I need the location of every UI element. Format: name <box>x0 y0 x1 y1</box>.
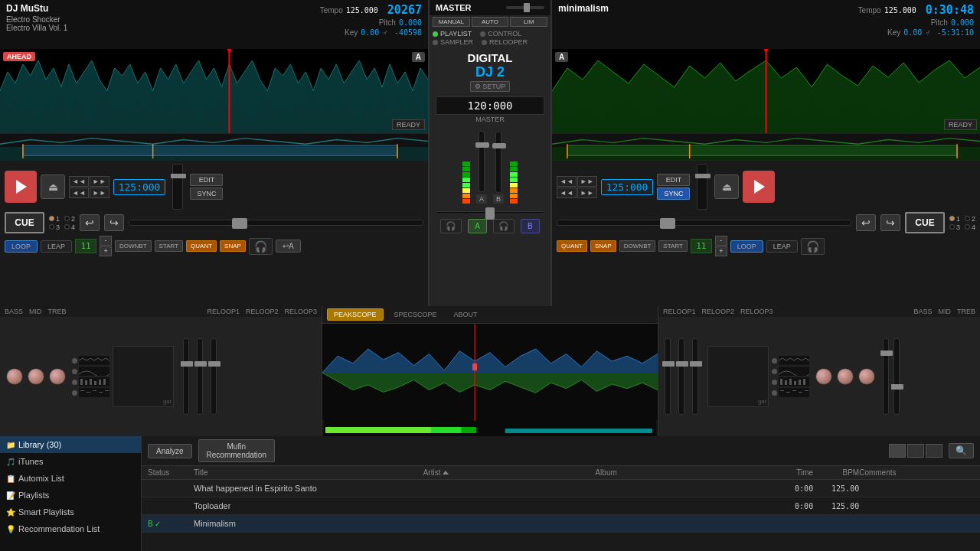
headphone-btn-left[interactable]: 🎧 <box>249 238 273 255</box>
start-btn-right[interactable]: START <box>658 240 687 252</box>
radio-2-left[interactable]: 2 <box>64 215 75 223</box>
bass-knob-left[interactable] <box>6 368 23 385</box>
crossfader[interactable] <box>436 211 544 214</box>
redo-right[interactable]: ↪ <box>880 214 900 231</box>
radio-1-right[interactable]: 1 <box>949 215 960 223</box>
fx-toggle-1-left[interactable] <box>72 358 77 364</box>
undo-left[interactable]: ↩ <box>80 214 100 231</box>
reloop3-slider-right[interactable] <box>692 338 698 415</box>
radio-4-right[interactable]: 4 <box>965 223 975 231</box>
eject-btn-left[interactable]: ⏏ <box>41 174 65 199</box>
radio-3-left[interactable]: 3 <box>49 223 60 231</box>
play-btn-right[interactable] <box>743 171 775 203</box>
mid-knob-right[interactable] <box>837 368 854 385</box>
start-btn-left[interactable]: START <box>155 240 183 252</box>
trim-fader-right[interactable] <box>557 220 851 226</box>
view-btn-small[interactable] <box>889 444 906 458</box>
snap-btn-right[interactable]: SNAP <box>590 240 616 252</box>
downbt-btn-left[interactable]: DOWNBT <box>115 240 152 252</box>
seek-fwd2-left[interactable]: ►► <box>90 187 109 198</box>
quant-btn-right[interactable]: QUANT <box>557 240 587 252</box>
table-row-highlighted[interactable]: B ✓ Minimalism <box>142 515 980 533</box>
manual-btn[interactable]: MANUAL <box>433 17 470 27</box>
auto-btn[interactable]: AUTO <box>472 17 509 27</box>
sync-btn-left[interactable]: SYNC <box>190 187 223 200</box>
seek-fwd-left[interactable]: ►► <box>90 176 109 187</box>
edit-btn-right[interactable]: EDIT <box>657 174 690 186</box>
seek-fwd-right[interactable]: ►► <box>577 176 597 187</box>
loop-plus-left[interactable]: + <box>100 246 112 256</box>
seek-back-right[interactable]: ◄◄ <box>557 176 577 187</box>
fx-toggle-3-left[interactable] <box>72 380 77 385</box>
fx-toggle-4-left[interactable] <box>72 390 77 396</box>
treb-knob-left[interactable] <box>49 368 66 385</box>
effects-pad-left[interactable]: gat <box>113 346 174 407</box>
pitch-fader-right[interactable] <box>697 164 707 210</box>
sidebar-item-automix[interactable]: 📋 Automix List <box>0 470 141 487</box>
peakscope-btn[interactable]: PEAKSCOPE <box>327 308 384 321</box>
sidebar-item-recommendation[interactable]: 💡 Recommendation List <box>0 520 141 537</box>
headphone-btn-right[interactable]: 🎧 <box>801 238 825 255</box>
reloop1-slider-left[interactable] <box>183 338 189 415</box>
mid-knob-left[interactable] <box>28 368 44 385</box>
fx-toggle-2-left[interactable] <box>72 369 77 374</box>
fx-toggle-1-right[interactable] <box>772 358 777 364</box>
treb-knob-right[interactable] <box>858 368 875 385</box>
radio-1-left[interactable]: 1 <box>49 215 60 223</box>
pitch-fader-left[interactable] <box>172 164 183 210</box>
sidebar-item-smart-playlists[interactable]: ⭐ Smart Playlists <box>0 504 141 520</box>
analyze-btn[interactable]: Analyze <box>148 444 192 458</box>
b-btn-mixer[interactable]: B <box>521 219 540 233</box>
cue-btn-left[interactable]: CUE <box>5 212 44 233</box>
table-row[interactable]: Toploader 0:00 125.00 <box>142 497 980 515</box>
col-artist[interactable]: Artist <box>423 468 596 477</box>
bass-knob-right[interactable] <box>815 368 832 385</box>
a-btn-mixer[interactable]: A <box>468 219 487 233</box>
seek-back-left[interactable]: ◄◄ <box>69 176 89 187</box>
reloop3-slider-left[interactable] <box>211 338 217 415</box>
setup-btn[interactable]: ⚙ SETUP <box>470 81 511 92</box>
seek-back2-right[interactable]: ◄◄ <box>557 187 577 198</box>
loop-btn-right[interactable]: LOOP <box>730 240 763 253</box>
leap-btn-right[interactable]: LEAP <box>766 240 798 253</box>
loop-btn-left[interactable]: LOOP <box>5 240 38 253</box>
edit-btn-left[interactable]: EDIT <box>190 174 223 186</box>
fx-toggle-4-right[interactable] <box>772 390 777 396</box>
search-btn[interactable]: 🔍 <box>949 443 974 458</box>
master-fader[interactable] <box>506 6 544 9</box>
sync-btn-right[interactable]: SYNC <box>657 187 690 200</box>
eject-btn-right[interactable]: ⏏ <box>714 174 739 199</box>
seek-fwd2-right[interactable]: ►► <box>577 187 597 198</box>
lim-btn[interactable]: LIM <box>510 17 547 27</box>
radio-4-left[interactable]: 4 <box>64 223 75 231</box>
radio-3-right[interactable]: 3 <box>949 223 960 231</box>
fx-toggle-2-right[interactable] <box>772 369 777 374</box>
trim-fader-left[interactable] <box>129 220 423 226</box>
radio-2-right[interactable]: 2 <box>965 215 975 223</box>
headphone-a-btn[interactable]: 🎧 <box>440 219 462 233</box>
loop-minus-right[interactable]: - <box>715 236 727 246</box>
sidebar-item-playlists[interactable]: 📝 Playlists <box>0 487 141 504</box>
play-btn-left[interactable] <box>5 171 37 203</box>
reloop1-slider-right[interactable] <box>665 338 671 415</box>
reloop2-slider-right[interactable] <box>678 338 684 415</box>
loop-minus-left[interactable]: - <box>100 236 112 246</box>
headphone-b-btn[interactable]: 🎧 <box>493 219 514 233</box>
pitch-slider-right[interactable] <box>893 338 900 415</box>
fx-toggle-3-right[interactable] <box>772 380 777 385</box>
snap-btn-left[interactable]: SNAP <box>220 240 246 252</box>
a-mix-btn-left[interactable]: ↩A <box>276 240 301 253</box>
effects-pad-right[interactable]: gat <box>707 346 769 407</box>
loop-plus-right[interactable]: + <box>715 246 727 256</box>
table-row[interactable]: What happened in Espirito Santo 0:00 125… <box>142 480 980 497</box>
view-btn-large[interactable] <box>926 444 942 458</box>
undo-right[interactable]: ↩ <box>856 214 876 231</box>
mufin-btn[interactable]: MufinRecommendation <box>198 439 275 462</box>
redo-left[interactable]: ↪ <box>104 214 124 231</box>
ch-fader-left[interactable] <box>479 131 485 192</box>
sidebar-item-library[interactable]: 📁 Library (30) <box>0 436 141 453</box>
ch-fader-right[interactable] <box>495 132 501 193</box>
downbt-btn-right[interactable]: DOWNBT <box>619 240 656 252</box>
leap-btn-left[interactable]: LEAP <box>41 240 72 253</box>
volume-slider-right[interactable] <box>883 338 889 415</box>
